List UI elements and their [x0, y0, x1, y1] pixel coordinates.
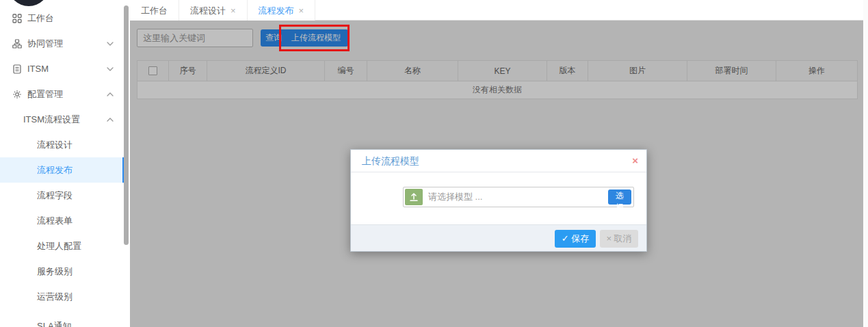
chevron-down-icon	[107, 67, 114, 71]
sidebar-item-collaboration[interactable]: 协同管理	[0, 31, 126, 56]
sidebar-item-config-management[interactable]: 配置管理	[0, 81, 126, 107]
tab-label: 流程设计	[190, 1, 226, 21]
sidebar-item-label: ITSM流程设置	[23, 114, 80, 125]
chevron-up-icon	[107, 118, 114, 122]
chevron-up-icon	[107, 92, 114, 96]
tab-process-design[interactable]: 流程设计×	[179, 0, 248, 21]
sidebar-item-itsm-process-settings[interactable]: ITSM流程设置	[0, 107, 126, 132]
modal-header: 上传流程模型 ×	[351, 150, 646, 172]
choose-file-button[interactable]: 选择	[608, 189, 631, 205]
sidebar-item-label: 协同管理	[27, 38, 63, 49]
sidebar: 工作台协同管理ITSM配置管理ITSM流程设置流程设计流程发布流程字段流程表单处…	[0, 0, 130, 327]
sidebar-item-handler-config[interactable]: 处理人配置	[0, 233, 126, 259]
sidebar-item-label: ITSM	[27, 64, 49, 74]
sidebar-item-label: 运营级别	[37, 291, 73, 302]
cancel-button[interactable]: × 取消	[600, 230, 638, 248]
sidebar-item-label: 流程发布	[37, 165, 73, 175]
upload-icon	[405, 189, 423, 205]
sidebar-item-label: SLA通知	[37, 321, 72, 327]
modal-footer: ✓ 保存 × 取消	[351, 224, 646, 251]
check-icon: ✓	[562, 233, 569, 244]
sidebar-item-process-form[interactable]: 流程表单	[0, 208, 126, 233]
modal-title: 上传流程模型	[362, 150, 419, 172]
sidebar-item-operation-level[interactable]: 运营级别	[0, 284, 126, 309]
tab-process-publish[interactable]: 流程发布×	[248, 0, 316, 21]
file-input[interactable]: 请选择模型 ... 选择	[403, 187, 634, 207]
sidebar-item-label: 配置管理	[27, 89, 63, 99]
sidebar-item-label: 流程表单	[37, 215, 73, 226]
sidebar-item-label: 流程设计	[37, 140, 73, 150]
sidebar-item-label: 流程字段	[37, 190, 73, 200]
org-icon	[12, 39, 22, 49]
x-icon: ×	[606, 233, 611, 244]
sidebar-item-itsm[interactable]: ITSM	[0, 56, 126, 81]
sidebar-nav: 工作台协同管理ITSM配置管理ITSM流程设置流程设计流程发布流程字段流程表单处…	[0, 5, 126, 327]
sidebar-scrollbar-thumb[interactable]	[124, 5, 129, 245]
sidebar-item-label: 服务级别	[37, 266, 73, 276]
tab-bar: 工作台流程设计×流程发布×	[130, 0, 863, 21]
sidebar-item-process-field[interactable]: 流程字段	[0, 183, 126, 208]
modal-body: 请选择模型 ... 选择	[351, 172, 646, 224]
sidebar-item-service-level[interactable]: 服务级别	[0, 259, 126, 284]
sidebar-item-label: 工作台	[27, 13, 54, 23]
save-button[interactable]: ✓ 保存	[555, 230, 596, 248]
page-scrollbar-track[interactable]	[863, 0, 868, 327]
document-icon	[12, 64, 22, 74]
app-window: 工作台协同管理ITSM配置管理ITSM流程设置流程设计流程发布流程字段流程表单处…	[0, 0, 868, 327]
sidebar-item-process-publish[interactable]: 流程发布	[0, 157, 126, 183]
upload-modal: 上传流程模型 × 请选择模型 ... 选择 ✓ 保存 × 取消	[350, 149, 647, 252]
close-icon[interactable]: ×	[632, 150, 638, 171]
sidebar-item-label: 处理人配置	[37, 241, 81, 251]
content-area: 查询 上传流程模型 序号流程定义ID编号名称KEY版本图片部署时间操作 没有相关…	[130, 21, 863, 327]
grid-icon	[12, 14, 22, 23]
sidebar-item-process-design[interactable]: 流程设计	[0, 132, 126, 157]
tab-label: 工作台	[141, 1, 168, 21]
tab-workbench[interactable]: 工作台	[130, 0, 179, 21]
sidebar-item-sla-notify[interactable]: SLA通知	[0, 313, 126, 327]
tab-close-icon[interactable]: ×	[299, 6, 304, 15]
main-area: 工作台流程设计×流程发布× 查询 上传流程模型 序号流程定义ID编号名称KEY版…	[130, 0, 863, 327]
tab-close-icon[interactable]: ×	[231, 6, 236, 15]
tab-label: 流程发布	[259, 1, 294, 21]
sidebar-item-workbench[interactable]: 工作台	[0, 5, 126, 31]
chevron-down-icon	[107, 42, 114, 46]
gear-icon	[12, 90, 22, 99]
file-input-placeholder: 请选择模型 ...	[428, 187, 482, 207]
